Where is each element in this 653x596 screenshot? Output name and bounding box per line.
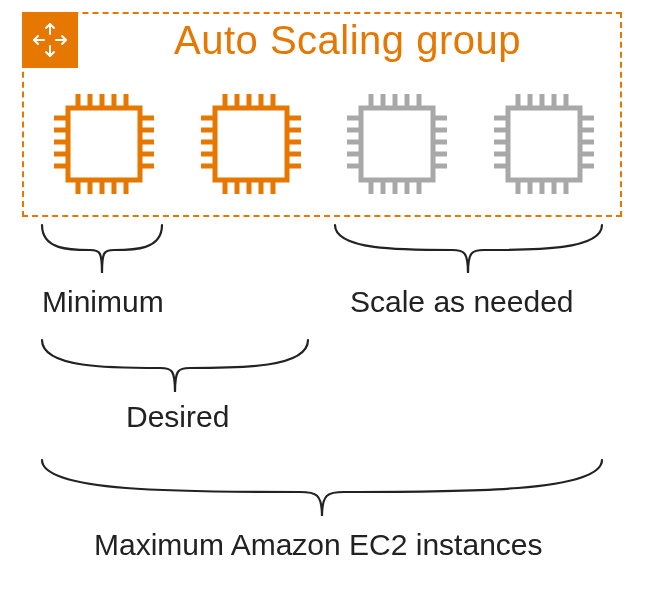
ec2-instance-icon	[484, 84, 604, 204]
svg-rect-46	[361, 108, 433, 180]
svg-rect-25	[215, 108, 287, 180]
scale-arrows-icon	[30, 20, 70, 60]
desired-label: Desired	[126, 400, 229, 434]
ec2-instance-icon	[191, 84, 311, 204]
scale-as-needed-label: Scale as needed	[350, 285, 574, 319]
asg-title: Auto Scaling group	[174, 18, 521, 63]
ec2-instance-icon	[44, 84, 164, 204]
auto-scaling-badge	[22, 12, 78, 68]
instance-row	[44, 84, 604, 204]
auto-scaling-group-box: Auto Scaling group	[22, 12, 622, 217]
minimum-label: Minimum	[42, 285, 164, 319]
svg-rect-4	[68, 108, 140, 180]
ec2-instance-icon	[337, 84, 457, 204]
svg-rect-67	[508, 108, 580, 180]
maximum-label: Maximum Amazon EC2 instances	[94, 528, 543, 562]
